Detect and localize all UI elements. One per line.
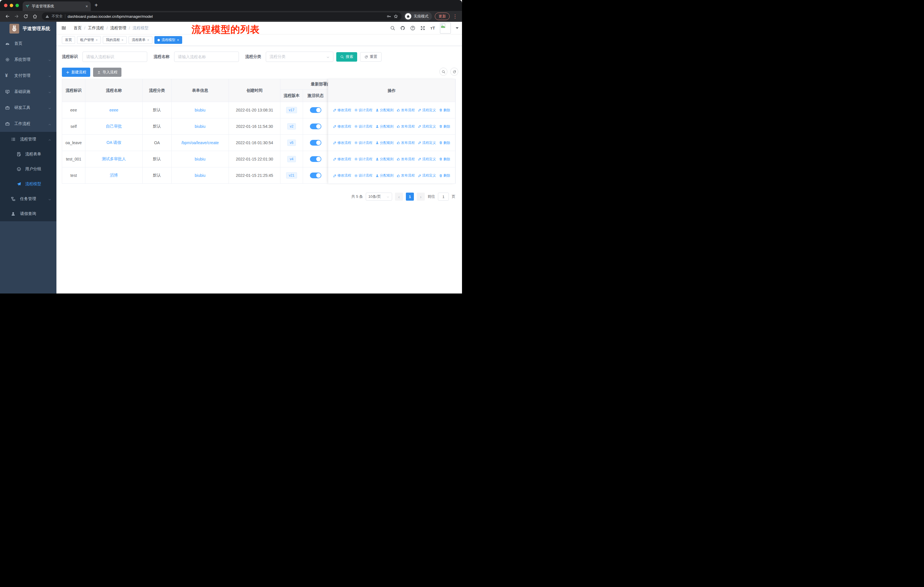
process-definition-link[interactable]: 流程定义 — [418, 157, 436, 162]
edit-process-link[interactable]: 修改流程 — [333, 173, 351, 178]
delete-link[interactable]: 删除 — [439, 108, 450, 112]
process-name-link[interactable]: 自己审批 — [106, 124, 122, 128]
github-icon[interactable] — [400, 25, 405, 31]
help-icon[interactable] — [410, 25, 415, 31]
process-definition-link[interactable]: 流程定义 — [418, 173, 436, 178]
sidebar-item-流程管理[interactable]: 流程管理 — [0, 132, 56, 147]
assign-rule-link[interactable]: 分配规则 — [376, 157, 394, 162]
assign-rule-link[interactable]: 分配规则 — [376, 124, 394, 129]
process-definition-link[interactable]: 流程定义 — [418, 124, 436, 129]
tag-首页[interactable]: 首页 × — [62, 36, 75, 44]
active-toggle[interactable] — [310, 172, 322, 178]
process-name-link[interactable]: 滔博 — [110, 173, 118, 177]
new-tab-button[interactable]: + — [94, 2, 98, 8]
form-info-link[interactable]: biubiu — [195, 124, 205, 129]
goto-page-input[interactable] — [438, 193, 449, 201]
sidebar-collapse-icon[interactable] — [61, 25, 66, 30]
tag-close-icon[interactable]: × — [96, 38, 98, 42]
process-definition-link[interactable]: 流程定义 — [418, 108, 436, 112]
form-info-link[interactable]: biubiu — [195, 108, 205, 112]
search-button[interactable]: 搜索 — [336, 52, 357, 62]
breadcrumb-home[interactable]: 首页 — [74, 25, 82, 31]
sidebar-item-支付管理[interactable]: ¥ 支付管理 — [0, 68, 56, 84]
process-name-link[interactable]: eeee — [109, 108, 118, 112]
tag-租户管理[interactable]: 租户管理 × — [77, 36, 101, 44]
browser-tab[interactable]: 芋道管理系统 × — [23, 2, 91, 11]
delete-link[interactable]: 删除 — [439, 124, 450, 129]
prev-page-button[interactable]: ‹ — [395, 193, 403, 201]
page-size-select[interactable]: 10条/页 — [366, 193, 392, 201]
sidebar-item-系统管理[interactable]: 系统管理 — [0, 51, 56, 68]
home-icon[interactable] — [32, 14, 38, 19]
address-bar[interactable]: 不安全 dashboard.yudao.iocoder.cn/bpm/manag… — [42, 12, 402, 20]
process-name-link[interactable]: OA 请假 — [107, 140, 121, 145]
edit-process-link[interactable]: 修改流程 — [333, 141, 351, 146]
sidebar-item-流程表单[interactable]: 流程表单 — [0, 147, 56, 162]
import-process-button[interactable]: 导入流程 — [93, 68, 121, 77]
edit-process-link[interactable]: 修改流程 — [333, 108, 351, 112]
tag-流程模型[interactable]: 流程模型 × — [154, 36, 182, 44]
delete-link[interactable]: 删除 — [439, 173, 450, 178]
reload-icon[interactable] — [23, 14, 28, 19]
design-process-link[interactable]: 设计流程 — [354, 141, 372, 146]
assign-rule-link[interactable]: 分配规则 — [376, 141, 394, 146]
refresh-table-button[interactable] — [450, 68, 458, 76]
update-button[interactable]: 更新 — [435, 13, 450, 20]
forward-icon[interactable] — [14, 14, 19, 19]
close-window-button[interactable] — [4, 4, 7, 7]
fullscreen-icon[interactable] — [420, 25, 425, 31]
form-info-link[interactable]: /bpm/oa/leave/create — [181, 141, 219, 145]
deploy-process-link[interactable]: 发布流程 — [397, 173, 415, 178]
sidebar-item-工作流程[interactable]: 工作流程 — [0, 116, 56, 132]
tab-close-icon[interactable]: × — [86, 4, 88, 8]
search-icon[interactable] — [390, 25, 395, 31]
sidebar-item-基础设施[interactable]: 基础设施 — [0, 84, 56, 100]
sidebar-item-首页[interactable]: 首页 — [0, 36, 56, 51]
design-process-link[interactable]: 设计流程 — [354, 173, 372, 178]
deploy-process-link[interactable]: 发布流程 — [397, 157, 415, 162]
sidebar-item-研发工具[interactable]: 研发工具 — [0, 100, 56, 116]
process-name-link[interactable]: 测试多审批人 — [102, 157, 126, 161]
edit-process-link[interactable]: 修改流程 — [333, 157, 351, 162]
url-text[interactable]: dashboard.yudao.iocoder.cn/bpm/manager/m… — [68, 14, 384, 19]
assign-rule-link[interactable]: 分配规则 — [376, 173, 394, 178]
tag-我的流程[interactable]: 我的流程 × — [103, 36, 127, 44]
tag-close-icon[interactable]: × — [177, 38, 179, 42]
bookmark-star-icon[interactable] — [394, 14, 398, 19]
breadcrumb-workflow[interactable]: 工作流程 — [88, 25, 104, 31]
process-name-input[interactable] — [174, 51, 239, 62]
sidebar-item-流程模型[interactable]: 流程模型 — [0, 177, 56, 192]
breadcrumb-process-mgmt[interactable]: 流程管理 — [110, 25, 126, 31]
create-process-button[interactable]: 新建流程 — [62, 68, 90, 77]
reset-button[interactable]: 重置 — [360, 52, 381, 62]
active-toggle[interactable] — [310, 124, 322, 129]
design-process-link[interactable]: 设计流程 — [354, 157, 372, 162]
tag-流程表单[interactable]: 流程表单 × — [129, 36, 152, 44]
process-definition-link[interactable]: 流程定义 — [418, 141, 436, 146]
tag-close-icon[interactable]: × — [121, 38, 124, 42]
current-page-button[interactable]: 1 — [406, 193, 414, 201]
maximize-window-button[interactable] — [15, 4, 19, 7]
show-search-button[interactable] — [439, 68, 447, 76]
active-toggle[interactable] — [310, 156, 322, 162]
process-key-input[interactable] — [82, 51, 147, 62]
back-icon[interactable] — [5, 14, 10, 19]
design-process-link[interactable]: 设计流程 — [354, 124, 372, 129]
window-controls[interactable] — [4, 4, 19, 7]
delete-link[interactable]: 删除 — [439, 141, 450, 146]
deploy-process-link[interactable]: 发布流程 — [397, 124, 415, 129]
avatar-caret-down-icon[interactable] — [456, 27, 459, 29]
tag-close-icon[interactable]: × — [147, 38, 149, 42]
deploy-process-link[interactable]: 发布流程 — [397, 108, 415, 112]
font-size-icon[interactable]: тT — [430, 25, 435, 30]
active-toggle[interactable] — [310, 140, 322, 146]
key-icon[interactable] — [387, 14, 391, 19]
active-toggle[interactable] — [310, 107, 322, 113]
form-info-link[interactable]: biubiu — [195, 157, 205, 161]
assign-rule-link[interactable]: 分配规则 — [376, 108, 394, 112]
edit-process-link[interactable]: 修改流程 — [333, 124, 351, 129]
sidebar-item-用户分组[interactable]: 用户分组 — [0, 162, 56, 177]
sidebar-item-任务管理[interactable]: 任务管理 — [0, 192, 56, 207]
form-info-link[interactable]: biubiu — [195, 173, 205, 178]
design-process-link[interactable]: 设计流程 — [354, 108, 372, 112]
